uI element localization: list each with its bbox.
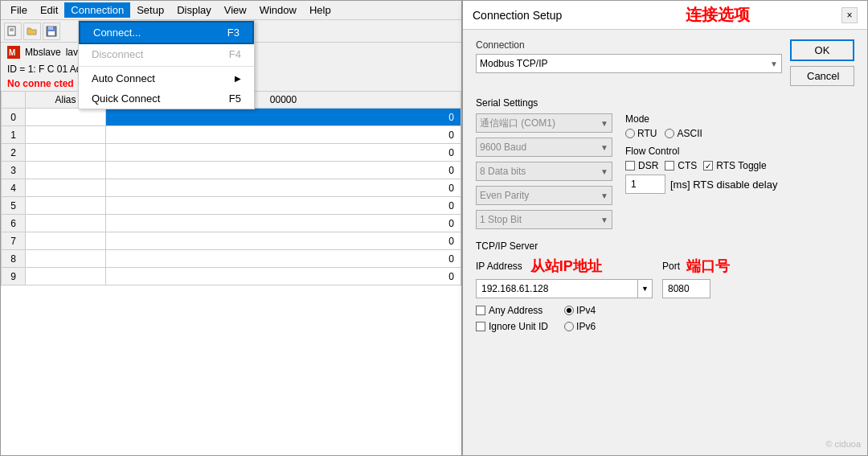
menu-view[interactable]: View [218,2,253,18]
dsr-checkbox[interactable] [625,161,635,170]
table-row: 10 [2,126,461,144]
dialog-body: Connection Modbus TCP/IP ▼ OK Cancel Ser… [463,30,867,455]
cts-checkbox-item[interactable]: CTS [665,160,697,171]
port-input[interactable] [662,279,710,298]
annotation-ip: 从站IP地址 [530,257,602,276]
dsr-checkbox-item[interactable]: DSR [625,160,658,171]
table-row: 70 [2,232,461,250]
ipv6-radio[interactable] [564,322,574,331]
annotation-title: 连接选项 [686,4,750,26]
menu-quick-connect-item[interactable]: Quick Connect F5 [79,88,254,109]
row-number: 2 [2,144,26,162]
cts-checkbox[interactable] [665,161,674,170]
connection-select[interactable]: Modbus TCP/IP ▼ [476,54,782,73]
menu-connection[interactable]: Connection [64,2,130,18]
rts-delay-input[interactable] [625,175,665,194]
data-table-container: Alias 00000 00102030405060708090 [1,91,461,455]
ip-address-group: IP Address 从站IP地址 ▼ [476,257,653,298]
data-table: Alias 00000 00102030405060708090 [1,91,461,286]
menu-setup[interactable]: Setup [130,2,170,18]
rts-checkbox[interactable] [703,161,713,170]
menu-edit[interactable]: Edit [34,2,64,18]
mode-ascii-option[interactable]: ASCII [665,128,702,139]
databits-select[interactable]: 8 Data bits ▼ [476,162,612,181]
row-number: 1 [2,126,26,144]
flow-control-checkboxes: DSR CTS RTS Toggle [625,160,854,171]
value-cell[interactable]: 0 [106,109,461,126]
value-cell[interactable]: 0 [106,179,461,197]
menu-auto-connect-item[interactable]: Auto Connect [79,68,254,88]
table-row: 30 [2,162,461,179]
rts-checkbox-item[interactable]: RTS Toggle [703,160,766,171]
row-number: 3 [2,162,26,179]
ipv6-option[interactable]: IPv6 [564,321,596,332]
menu-help[interactable]: Help [303,2,338,18]
alias-cell [26,162,106,179]
connection-setup-dialog: Connection Setup 连接选项 × Connection Modbu… [462,0,868,456]
value-cell[interactable]: 0 [106,268,461,286]
cancel-button[interactable]: Cancel [790,66,854,86]
toolbar-save[interactable] [43,23,60,40]
menu-display[interactable]: Display [170,2,218,18]
ip-address-label: IP Address [476,261,522,272]
value-cell[interactable]: 0 [106,232,461,250]
ipv4-option[interactable]: IPv4 [564,305,596,316]
ipv4-radio[interactable] [564,306,574,315]
table-row: 00 [2,109,461,126]
toolbar-new[interactable] [4,23,22,40]
any-address-checkbox[interactable] [476,306,485,315]
baud-select[interactable]: 9600 Baud ▼ [476,138,612,157]
value-cell[interactable]: 0 [106,162,461,179]
serial-settings-section: Serial Settings 通信端口 (COM1) ▼ 9600 Baud … [476,97,854,229]
stopbit-arrow: ▼ [600,216,608,224]
menu-file[interactable]: File [4,2,34,18]
tcp-options-right: IPv4 IPv6 [564,305,596,332]
value-cell[interactable]: 0 [106,215,461,232]
com-port-select[interactable]: 通信端口 (COM1) ▼ [476,113,612,133]
stopbit-select[interactable]: 1 Stop Bit ▼ [476,210,612,229]
ignore-unit-checkbox-item[interactable]: Ignore Unit ID [476,321,548,332]
dialog-close-button[interactable]: × [841,7,858,23]
value-cell[interactable]: 0 [106,126,461,144]
ignore-unit-checkbox[interactable] [476,322,485,331]
row-number: 9 [2,268,26,286]
flow-control-group: Flow Control DSR CTS [625,146,854,194]
table-row: 20 [2,144,461,162]
ip-address-input-wrapper[interactable]: ▼ [476,279,653,298]
table-row: 40 [2,179,461,197]
alias-cell [26,179,106,197]
row-number: 5 [2,197,26,215]
table-row: 60 [2,215,461,232]
databits-arrow: ▼ [600,167,608,176]
table-row: 50 [2,197,461,215]
mode-rtu-option[interactable]: RTU [625,128,657,139]
ip-address-input[interactable] [477,281,637,296]
annotation-port: 端口号 [686,257,730,276]
watermark: © ciduoa [825,439,861,449]
value-cell[interactable]: 0 [106,250,461,268]
parity-select[interactable]: Even Parity ▼ [476,186,612,205]
table-row: 90 [2,268,461,286]
window-title: Mbslave [25,47,61,58]
menu-window[interactable]: Window [253,2,303,18]
row-number: 6 [2,215,26,232]
any-address-checkbox-item[interactable]: Any Address [476,305,548,316]
mode-ascii-radio[interactable] [665,129,674,138]
tcp-section: TCP/IP Server IP Address 从站IP地址 ▼ [476,240,854,332]
value-cell[interactable]: 0 [106,197,461,215]
ok-button[interactable]: OK [790,39,854,61]
port-label: Port [662,261,680,272]
tcp-title-row: TCP/IP Server [476,240,854,252]
toolbar-open[interactable] [23,23,41,40]
row-number: 4 [2,179,26,197]
window-app-icon: M [7,46,20,59]
com-port-arrow: ▼ [600,119,608,128]
ip-address-dropdown-btn[interactable]: ▼ [637,280,652,298]
value-cell[interactable]: 0 [106,144,461,162]
dialog-title: Connection Setup [473,9,562,22]
svg-rect-4 [48,27,53,30]
tcp-ip-row: IP Address 从站IP地址 ▼ Port 端口号 [476,257,854,298]
alias-cell [26,232,106,250]
mode-rtu-radio[interactable] [625,129,635,138]
menu-connect-item[interactable]: Connect... F3 [79,21,254,44]
